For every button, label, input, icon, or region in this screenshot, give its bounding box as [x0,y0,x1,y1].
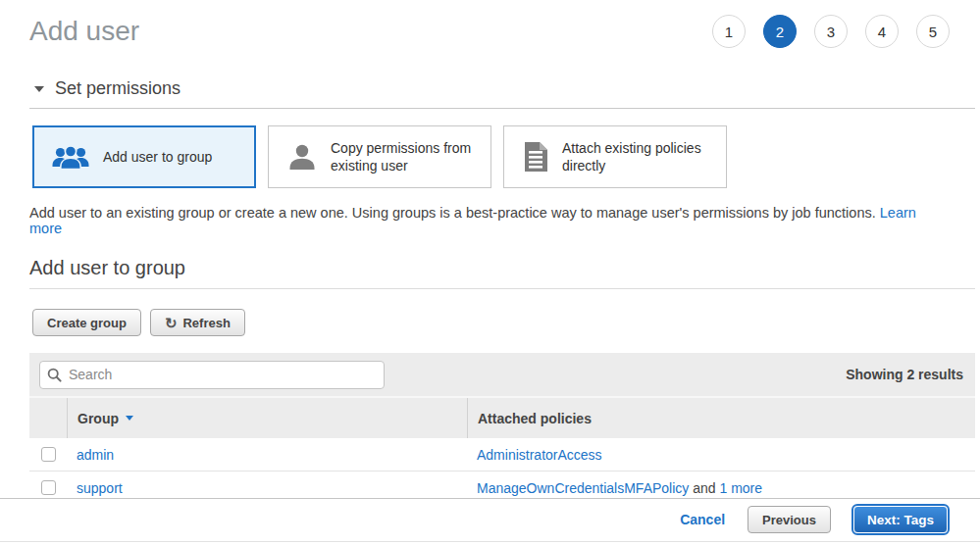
step-4: 4 [865,15,899,48]
checkbox-column-header [29,398,67,438]
option-card-attach-policies[interactable]: Attach existing policies directly [503,125,727,188]
groups-table: Showing 2 results Group Attached policie… [29,353,975,505]
section-title: Set permissions [55,78,181,99]
refresh-button[interactable]: ↻ Refresh [150,309,245,336]
results-count: Showing 2 results [846,367,963,382]
policy-joiner-text: and [693,480,715,496]
group-link[interactable]: support [77,480,123,496]
table-header-row: Group Attached policies [29,398,975,438]
description-text: Add user to an existing group or create … [29,205,876,221]
search-icon [47,368,62,386]
wizard-steps: 1 2 3 4 5 [712,15,950,48]
step-2-active: 2 [763,15,797,48]
option-card-label: Attach existing policies directly [562,139,718,174]
group-section-title: Add user to group [29,257,951,279]
create-group-button[interactable]: Create group [32,309,141,336]
step-1: 1 [712,15,746,48]
option-card-copy-permissions[interactable]: Copy permissions from existing user [268,125,491,188]
page-title: Add user [29,15,139,48]
table-row: admin AdministratorAccess [29,438,975,472]
table-toolbar: Showing 2 results [29,353,975,398]
refresh-button-label: Refresh [182,316,230,330]
cancel-link[interactable]: Cancel [680,512,725,527]
section-divider [29,288,975,289]
policy-link[interactable]: ManageOwnCredentialsMFAPolicy [477,480,689,496]
policy-document-icon [522,141,549,173]
option-card-add-user-to-group[interactable]: Add user to group [32,125,256,188]
next-tags-button[interactable]: Next: Tags [853,506,948,533]
column-header-group[interactable]: Group [67,398,467,438]
step-3: 3 [814,15,848,48]
step-5: 5 [916,15,950,48]
group-cell: admin [67,447,467,463]
set-permissions-section-header[interactable]: Set permissions [29,78,975,109]
collapse-caret-icon [34,86,44,92]
group-link[interactable]: admin [77,447,114,463]
column-header-attached-policies: Attached policies [467,398,975,438]
option-card-label: Copy permissions from existing user [331,139,483,174]
policy-link[interactable]: AdministratorAccess [477,447,602,463]
permissions-description: Add user to an existing group or create … [29,205,951,236]
row-checkbox[interactable] [41,447,56,462]
wizard-footer: Cancel Previous Next: Tags [0,498,980,546]
search-input[interactable] [39,361,385,389]
option-card-label: Add user to group [103,148,212,166]
group-cell: support [67,480,467,496]
search-wrap [39,361,385,389]
previous-button[interactable]: Previous [748,506,831,533]
group-icon [51,144,90,171]
policies-cell: ManageOwnCredentialsMFAPolicy and 1 more [467,480,975,496]
row-checkbox[interactable] [41,480,56,495]
row-checkbox-cell [29,480,67,495]
user-icon [286,141,318,173]
sort-descending-icon [126,416,133,421]
page-header: Add user 1 2 3 4 5 [0,0,980,48]
more-policies-link[interactable]: 1 more [719,480,762,496]
group-toolbar: Create group ↻ Refresh [32,309,980,336]
policies-cell: AdministratorAccess [467,447,975,463]
row-checkbox-cell [29,447,67,462]
refresh-icon: ↻ [165,316,178,330]
permission-option-cards: Add user to group Copy permissions from … [32,125,975,188]
